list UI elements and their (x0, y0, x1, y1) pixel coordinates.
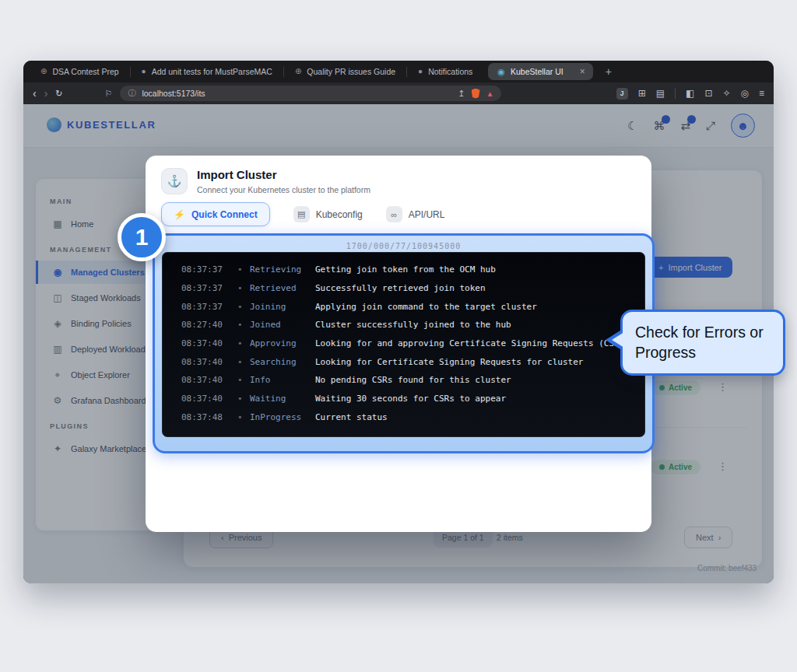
back-icon[interactable]: ‹ (33, 88, 37, 99)
downloads-icon[interactable]: ⊡ (704, 88, 712, 99)
tab-label: DSA Contest Prep (52, 67, 118, 76)
toolbar-right-icons: J ⊞ ▤ ◧ ⊡ ✧ ◎ ≡ (616, 88, 764, 100)
browser-toolbar: ‹ › ↻ ⚐ ⓘ localhost:5173/its ↥ ▲ J ⊞ ▤ ◧… (23, 82, 774, 104)
wallet-icon[interactable]: ▤ (656, 88, 665, 99)
modal-subtitle: Connect your Kubernetes cluster to the p… (197, 185, 370, 194)
address-bar[interactable]: ⓘ localhost:5173/its ↥ ▲ (120, 86, 501, 101)
tab-label: KubeStellar UI (511, 67, 564, 76)
bullet-icon: • (237, 302, 250, 312)
tab-api-url[interactable]: ∞ API/URL (386, 206, 445, 222)
browser-tab-dsa[interactable]: ⊕ DSA Contest Prep (30, 61, 130, 82)
site-info-icon[interactable]: ⓘ (128, 88, 135, 99)
bullet-icon: • (237, 394, 250, 404)
shield-icon[interactable]: ◎ (741, 88, 749, 99)
sparkle-icon[interactable]: ✧ (722, 88, 730, 99)
import-cluster-modal: ⚓ Import Cluster Connect your Kubernetes… (146, 156, 651, 532)
brave-shield-icon[interactable] (472, 89, 480, 99)
file-icon: ▤ (293, 206, 310, 222)
modal-title: Import Cluster (197, 168, 370, 183)
tab-label: Add unit tests for MustParseMAC (152, 67, 272, 76)
log-line: 08:37:40•InfoNo pending CSRs found for t… (181, 371, 644, 390)
modal-tab-bar: ⚡ Quick Connect ▤ Kubeconfig ∞ API/URL (161, 202, 444, 226)
split-view-icon[interactable]: ◧ (686, 88, 694, 99)
bullet-icon: • (237, 264, 250, 275)
terminal-clipped-line: 1700/000/77/100945000 (162, 242, 645, 252)
modal-header: ⚓ Import Cluster Connect your Kubernetes… (161, 168, 370, 194)
log-line: 08:37:40•WaitingWaiting 30 seconds for C… (181, 390, 644, 408)
github-favicon-icon: ● (418, 68, 423, 75)
bullet-icon: • (237, 283, 250, 293)
tab-kubeconfig[interactable]: ▤ Kubeconfig (293, 206, 363, 222)
tab-close-icon[interactable]: × (580, 66, 585, 77)
browser-tab-notifications[interactable]: ● Notifications (407, 61, 483, 82)
log-line: 08:37:48•InProgressCurrent status (181, 408, 644, 427)
link-icon: ∞ (386, 206, 402, 222)
toolbar-separator (675, 88, 676, 99)
desktop-background: ⊕ DSA Contest Prep ● Add unit tests for … (0, 0, 797, 672)
browser-tab-kubestellar-active[interactable]: ◉ KubeStellar UI × (488, 63, 592, 80)
bolt-icon: ⚡ (174, 209, 185, 220)
extensions-icon[interactable]: ⊞ (638, 88, 646, 99)
log-line: 08:37:37•JoiningApplying join command to… (181, 297, 644, 316)
step-number-badge: 1 (118, 213, 166, 261)
join-log-terminal[interactable]: 08:37:37•RetrievingGetting join token fr… (162, 252, 645, 437)
log-line: 08:37:37•RetrievedSuccessfully retrieved… (181, 279, 644, 298)
share-icon[interactable]: ↥ (458, 89, 465, 99)
app-favicon-icon: ◉ (497, 68, 505, 76)
url-text[interactable]: localhost:5173/its (142, 89, 451, 98)
bullet-icon: • (237, 412, 250, 422)
forward-icon[interactable]: › (44, 88, 48, 99)
browser-tab-quality-pr[interactable]: ⊕ Quality PR issues Guide (284, 61, 406, 82)
tab-quick-connect[interactable]: ⚡ Quick Connect (161, 202, 270, 226)
tab-label: Quality PR issues Guide (307, 67, 395, 76)
callout-text: Check for Errors or Progress (635, 324, 764, 361)
log-line: 08:27:40•JoinedCluster successfully join… (181, 316, 644, 334)
tab-label: Notifications (428, 67, 472, 76)
bullet-icon: • (237, 338, 250, 348)
reload-icon[interactable]: ↻ (55, 89, 62, 98)
bullet-icon: • (237, 357, 250, 367)
log-line: 08:37:37•RetrievingGetting join token fr… (181, 261, 644, 279)
log-line: 08:37:40•SearchingLooking for Certificat… (181, 352, 644, 371)
log-line: 08:37:40•ApprovingLooking for and approv… (181, 334, 644, 353)
profile-j-badge[interactable]: J (616, 88, 628, 100)
bullet-icon: • (237, 320, 250, 330)
bookmark-icon[interactable]: ⚐ (105, 89, 113, 99)
globe-favicon-icon: ⊕ (40, 68, 47, 75)
bullet-icon: • (237, 375, 250, 385)
terminal-highlight-region: 1700/000/77/100945000 08:37:37•Retrievin… (153, 233, 655, 453)
browser-tab-unit-tests[interactable]: ● Add unit tests for MustParseMAC (131, 61, 283, 82)
warning-triangle-icon[interactable]: ▲ (486, 89, 494, 98)
anchor-icon: ⚓ (161, 168, 188, 194)
browser-tab-bar: ⊕ DSA Contest Prep ● Add unit tests for … (23, 61, 774, 82)
menu-icon[interactable]: ≡ (759, 88, 764, 99)
callout-bubble: Check for Errors or Progress (620, 310, 785, 376)
github-favicon-icon: ● (142, 68, 146, 75)
new-tab-button[interactable]: + (606, 65, 612, 78)
globe-favicon-icon: ⊕ (295, 68, 301, 75)
